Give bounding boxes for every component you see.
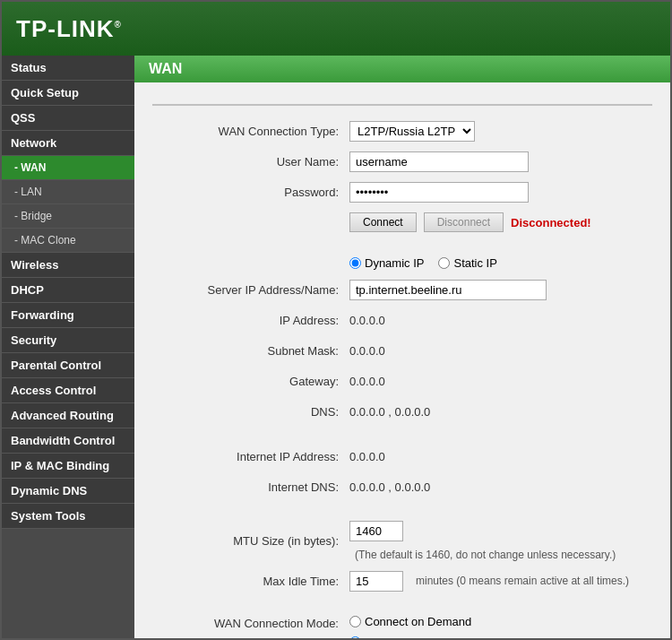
sidebar-item-forwarding[interactable]: Forwarding <box>2 303 134 328</box>
internet-ip-label: Internet IP Address: <box>152 450 349 463</box>
logo: TP-LINK® <box>16 15 122 43</box>
internet-dns-value: 0.0.0.0 , 0.0.0.0 <box>349 480 430 494</box>
sidebar-item-mac-clone[interactable]: - MAC Clone <box>2 229 134 253</box>
sidebar-item-security[interactable]: Security <box>2 328 134 353</box>
internet-ip-text: 0.0.0.0 <box>349 450 385 463</box>
internet-dns-text: 0.0.0.0 , 0.0.0.0 <box>349 480 430 494</box>
internet-ip-value: 0.0.0.0 <box>349 450 385 463</box>
ip-address-value: 0.0.0.0 <box>349 314 385 327</box>
gateway-text: 0.0.0.0 <box>349 375 385 388</box>
mtu-label: MTU Size (in bytes): <box>152 534 349 548</box>
dns-label: DNS: <box>152 405 349 419</box>
max-idle-control: minutes (0 means remain active at all ti… <box>349 571 629 592</box>
server-ip-label: Server IP Address/Name: <box>152 283 349 297</box>
ip-address-label: IP Address: <box>152 314 349 327</box>
main-window: TP-LINK® Status Quick Setup QSS Network … <box>0 0 672 640</box>
mode-demand-radio[interactable] <box>349 616 361 627</box>
mtu-input[interactable] <box>349 521 403 541</box>
sidebar-item-wireless[interactable]: Wireless <box>2 253 134 278</box>
max-idle-label: Max Idle Time: <box>152 575 349 588</box>
wan-mode-label: WAN Connection Mode: <box>152 615 349 630</box>
dynamic-ip-label: Dynamic IP <box>365 256 424 270</box>
page-title-bar: WAN <box>134 56 670 82</box>
header: TP-LINK® <box>2 2 670 56</box>
mtu-row: MTU Size (in bytes): (The default is 146… <box>152 521 652 561</box>
username-row: User Name: <box>152 151 652 172</box>
dns-row: DNS: 0.0.0.0 , 0.0.0.0 <box>152 401 652 422</box>
internet-dns-row: Internet DNS: 0.0.0.0 , 0.0.0.0 <box>152 476 652 497</box>
sidebar-item-parental-control[interactable]: Parental Control <box>2 353 134 378</box>
sidebar: Status Quick Setup QSS Network - WAN - L… <box>2 56 134 638</box>
mode-auto-radio[interactable] <box>349 636 361 638</box>
sidebar-item-lan[interactable]: - LAN <box>2 180 134 204</box>
sidebar-item-bandwidth-control[interactable]: Bandwidth Control <box>2 428 134 454</box>
password-input[interactable] <box>349 182 529 203</box>
connect-buttons: Connect Disconnect Disconnected! <box>349 212 591 232</box>
subnet-mask-text: 0.0.0.0 <box>349 344 385 358</box>
wan-connection-type-label: WAN Connection Type: <box>152 125 349 138</box>
subnet-mask-row: Subnet Mask: 0.0.0.0 <box>152 340 652 361</box>
sidebar-item-wan[interactable]: - WAN <box>2 156 134 180</box>
static-ip-label: Static IP <box>453 256 496 270</box>
sidebar-item-dhcp[interactable]: DHCP <box>2 278 134 303</box>
content-inner: WAN Connection Type: L2TP/Russia L2TP Dy… <box>134 82 670 638</box>
disconnect-button[interactable]: Disconnect <box>424 212 504 232</box>
mode-demand-label: Connect on Demand <box>365 615 471 628</box>
logo-symbol: ® <box>115 20 122 30</box>
max-idle-hint: minutes (0 means remain active at all ti… <box>416 575 629 587</box>
ip-type-row: Dynamic IP Static IP <box>349 256 652 270</box>
dynamic-ip-option: Dynamic IP <box>349 256 424 270</box>
username-label: User Name: <box>152 155 349 169</box>
wan-connection-type-row: WAN Connection Type: L2TP/Russia L2TP Dy… <box>152 120 652 142</box>
sidebar-item-bridge[interactable]: - Bridge <box>2 204 134 229</box>
server-ip-row: Server IP Address/Name: <box>152 279 652 300</box>
mode-demand-option: Connect on Demand <box>349 615 471 628</box>
username-control <box>349 151 529 172</box>
wan-connection-type-control: L2TP/Russia L2TP Dynamic IP Static IP PP… <box>349 121 475 142</box>
wan-mode-options: Connect on Demand Connect Automatically … <box>349 615 480 638</box>
static-ip-option: Static IP <box>438 256 496 270</box>
connect-button[interactable]: Connect <box>349 212 417 232</box>
subnet-mask-label: Subnet Mask: <box>152 344 349 358</box>
password-label: Password: <box>152 186 349 199</box>
sidebar-item-system-tools[interactable]: System Tools <box>2 504 134 529</box>
static-ip-radio[interactable] <box>438 257 450 269</box>
sidebar-item-access-control[interactable]: Access Control <box>2 378 134 403</box>
server-ip-control <box>349 280 547 300</box>
sidebar-item-advanced-routing[interactable]: Advanced Routing <box>2 403 134 428</box>
mode-auto-label: Connect Automatically <box>365 636 480 638</box>
username-input[interactable] <box>349 151 529 172</box>
content-area: WAN WAN Connection Type: L2TP/Russia L2T… <box>134 56 670 638</box>
top-divider <box>152 104 652 106</box>
password-control <box>349 182 529 203</box>
page-title: WAN <box>149 61 656 77</box>
sidebar-item-dynamic-dns[interactable]: Dynamic DNS <box>2 479 134 504</box>
dns-text: 0.0.0.0 , 0.0.0.0 <box>349 405 430 419</box>
sidebar-item-ip-mac-binding[interactable]: IP & MAC Binding <box>2 454 134 479</box>
sidebar-item-status[interactable]: Status <box>2 56 134 81</box>
max-idle-row: Max Idle Time: minutes (0 means remain a… <box>152 570 652 592</box>
mode-auto-option: Connect Automatically <box>349 636 480 638</box>
ip-address-row: IP Address: 0.0.0.0 <box>152 309 652 331</box>
wan-connection-type-select[interactable]: L2TP/Russia L2TP Dynamic IP Static IP PP… <box>349 121 475 142</box>
wan-mode-row: WAN Connection Mode: Connect on Demand C… <box>152 615 652 638</box>
mtu-control: (The default is 1460, do not change unle… <box>349 521 652 561</box>
gateway-label: Gateway: <box>152 375 349 388</box>
server-ip-input[interactable] <box>349 280 547 300</box>
sidebar-item-qss[interactable]: QSS <box>2 106 134 131</box>
ip-address-text: 0.0.0.0 <box>349 314 385 327</box>
logo-text: TP-LINK <box>16 15 115 42</box>
max-idle-input[interactable] <box>349 571 403 592</box>
connect-row: Connect Disconnect Disconnected! <box>152 212 652 233</box>
gateway-row: Gateway: 0.0.0.0 <box>152 370 652 392</box>
main-area: Status Quick Setup QSS Network - WAN - L… <box>2 56 670 638</box>
gateway-value: 0.0.0.0 <box>349 375 385 388</box>
internet-dns-label: Internet DNS: <box>152 480 349 494</box>
connection-status: Disconnected! <box>511 216 591 229</box>
internet-ip-row: Internet IP Address: 0.0.0.0 <box>152 445 652 467</box>
sidebar-item-network[interactable]: Network <box>2 131 134 156</box>
mtu-hint: (The default is 1460, do not change unle… <box>355 549 616 561</box>
password-row: Password: <box>152 181 652 203</box>
dynamic-ip-radio[interactable] <box>349 257 361 269</box>
sidebar-item-quick-setup[interactable]: Quick Setup <box>2 81 134 106</box>
